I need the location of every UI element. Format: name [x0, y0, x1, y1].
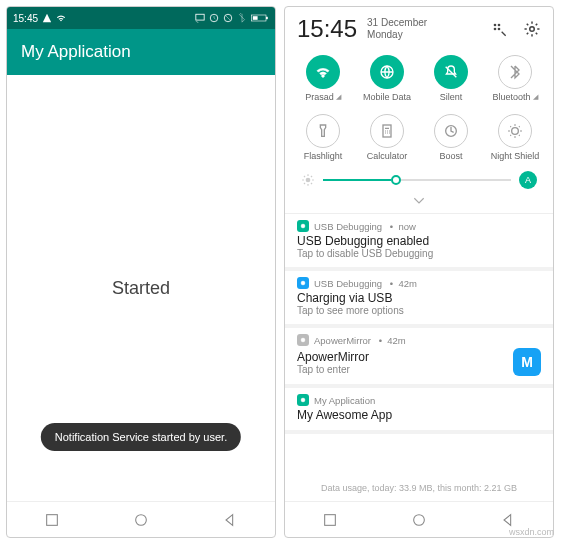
flashlight-icon — [306, 114, 340, 148]
home-button[interactable] — [411, 512, 427, 528]
signal-icon — [42, 13, 52, 23]
qs-date-weekday: Monday — [367, 29, 427, 41]
svg-point-20 — [301, 338, 305, 342]
gear-icon[interactable] — [523, 20, 541, 38]
wifi-icon — [306, 55, 340, 89]
qs-header: 15:45 31 December Monday — [285, 7, 553, 47]
bluetooth-icon — [498, 55, 532, 89]
bell-off-icon — [434, 55, 468, 89]
notif-title: My Awesome App — [297, 408, 392, 422]
expand-chevron-icon[interactable] — [285, 191, 553, 213]
boost-icon — [434, 114, 468, 148]
qs-tile-label: Calculator — [367, 151, 408, 161]
qs-tile-label: Mobile Data — [363, 92, 411, 102]
app-content: Started Notification Service started by … — [7, 75, 275, 501]
notif-title: ApowerMirror — [297, 350, 369, 364]
phone-right: 15:45 31 December Monday Prasad ◢ Mobile… — [284, 6, 554, 538]
svg-point-21 — [301, 398, 305, 402]
notif-app-name: USB Debugging — [314, 221, 382, 232]
back-button[interactable] — [500, 512, 516, 528]
qs-tile-bluetooth[interactable]: Bluetooth ◢ — [483, 51, 547, 106]
notification[interactable]: USB Debugging • now USB Debugging enable… — [285, 214, 553, 271]
back-button[interactable] — [222, 512, 238, 528]
svg-rect-22 — [324, 514, 335, 525]
notif-subtitle: Tap to see more options — [297, 305, 404, 316]
notif-title: USB Debugging enabled — [297, 234, 433, 248]
night-icon — [498, 114, 532, 148]
notif-header: My Application — [297, 394, 541, 406]
wifi-icon — [56, 13, 66, 23]
qs-tile-label: Flashlight — [304, 151, 343, 161]
app-bar: My Application — [7, 29, 275, 75]
svg-point-11 — [498, 28, 501, 31]
globe-icon — [370, 55, 404, 89]
clock-icon — [209, 13, 219, 23]
qs-tile-calculator[interactable]: Calculator — [355, 110, 419, 165]
home-button[interactable] — [133, 512, 149, 528]
silent-icon — [223, 13, 233, 23]
svg-rect-0 — [196, 14, 204, 20]
svg-point-12 — [530, 27, 535, 32]
status-bar: 15:45 — [7, 7, 275, 29]
nav-bar — [7, 501, 275, 537]
auto-brightness-toggle[interactable]: A — [519, 171, 537, 189]
phone-left: 15:45 My Application Started Notificatio… — [6, 6, 276, 538]
toast-text: Notification Service started by user. — [55, 431, 227, 443]
qs-tile-mobile-data[interactable]: Mobile Data — [355, 51, 419, 106]
recents-button[interactable] — [44, 512, 60, 528]
svg-point-18 — [301, 224, 305, 228]
notif-app-icon — [297, 394, 309, 406]
svg-rect-6 — [46, 514, 57, 525]
qs-tile-night-shield[interactable]: Night Shield — [483, 110, 547, 165]
apowermirror-icon: M — [513, 348, 541, 376]
cast-icon — [195, 13, 205, 23]
notification[interactable]: My Application My Awesome App — [285, 388, 553, 434]
notif-app-icon — [297, 220, 309, 232]
svg-point-7 — [136, 514, 147, 525]
notification[interactable]: ApowerMirror • 42m ApowerMirror Tap to e… — [285, 328, 553, 388]
notif-subtitle: Tap to disable USB Debugging — [297, 248, 433, 259]
notif-header: ApowerMirror • 42m — [297, 334, 541, 346]
brightness-row: A — [285, 165, 553, 191]
qs-tile-flashlight[interactable]: Flashlight — [291, 110, 355, 165]
grid-edit-icon[interactable] — [491, 21, 507, 37]
notif-app-icon — [297, 277, 309, 289]
data-usage-text: Data usage, today: 33.9 MB, this month: … — [285, 463, 553, 501]
notif-subtitle: Tap to enter — [297, 364, 369, 375]
center-text: Started — [112, 278, 170, 299]
svg-point-17 — [306, 178, 311, 183]
qs-tile-label: Night Shield — [491, 151, 540, 161]
qs-date-day: 31 December — [367, 17, 427, 29]
qs-date: 31 December Monday — [367, 17, 427, 41]
qs-tile-label: Prasad ◢ — [305, 92, 341, 102]
svg-rect-4 — [266, 17, 268, 19]
svg-point-23 — [414, 514, 425, 525]
brightness-slider[interactable] — [323, 179, 511, 181]
notification[interactable]: USB Debugging • 42m Charging via USB Tap… — [285, 271, 553, 328]
battery-icon — [251, 13, 269, 23]
qs-grid: Prasad ◢ Mobile Data Silent Bluetooth ◢ … — [285, 47, 553, 165]
app-title: My Application — [21, 42, 131, 62]
recents-button[interactable] — [322, 512, 338, 528]
svg-rect-5 — [253, 16, 258, 20]
notif-app-name: USB Debugging — [314, 278, 382, 289]
toast: Notification Service started by user. — [41, 423, 241, 451]
brightness-icon — [301, 173, 315, 187]
svg-point-19 — [301, 281, 305, 285]
notif-app-icon — [297, 334, 309, 346]
notification-list: USB Debugging • now USB Debugging enable… — [285, 213, 553, 434]
svg-point-10 — [494, 28, 497, 31]
qs-time: 15:45 — [297, 15, 357, 43]
svg-point-8 — [494, 24, 497, 27]
qs-tile-prasad[interactable]: Prasad ◢ — [291, 51, 355, 106]
status-time: 15:45 — [13, 13, 38, 24]
qs-tile-label: Boost — [439, 151, 462, 161]
notif-header: USB Debugging • now — [297, 220, 541, 232]
notif-app-name: My Application — [314, 395, 375, 406]
qs-tile-silent[interactable]: Silent — [419, 51, 483, 106]
qs-tile-label: Silent — [440, 92, 463, 102]
notif-header: USB Debugging • 42m — [297, 277, 541, 289]
notif-app-name: ApowerMirror — [314, 335, 371, 346]
watermark: wsxdn.com — [509, 527, 554, 537]
qs-tile-boost[interactable]: Boost — [419, 110, 483, 165]
